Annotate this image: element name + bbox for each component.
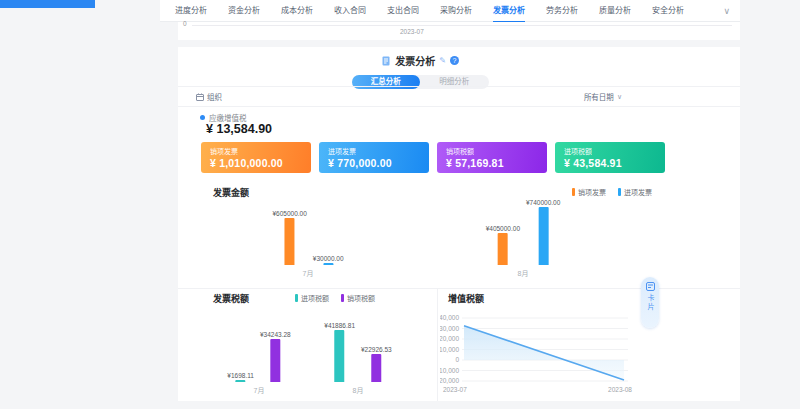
y-axis-tick: -10,000 xyxy=(440,367,459,374)
invoice-analysis-card: 发票分析 ✎ ? 汇总分析 明细分析 组织 所有日期 ∨ 应缴增值税 xyxy=(178,47,740,401)
kpi-card: 销项发票¥ 1,010,000.00 xyxy=(201,142,311,173)
legend-label: 进项税额 xyxy=(301,293,329,303)
category-label: 8月 xyxy=(353,385,364,396)
bullet-dot-icon xyxy=(200,115,205,120)
nav-tabs: 进度分析资金分析成本分析收入合同支出合同采购分析发票分析劳务分析质量分析安全分析 xyxy=(160,0,723,21)
legend-item[interactable]: 销项发票 xyxy=(572,187,606,197)
org-filter-label: 组织 xyxy=(207,91,222,102)
bar-wrap: ¥1698.11 xyxy=(227,372,254,382)
legend-swatch xyxy=(572,188,575,196)
nav-tab[interactable]: 发票分析 xyxy=(493,0,525,21)
bar-value-label: ¥605000.00 xyxy=(272,210,306,217)
bar-group: ¥41886.81¥22926.538月 xyxy=(324,322,391,396)
help-icon[interactable]: ? xyxy=(450,56,459,65)
bar-value-label: ¥30000.00 xyxy=(313,255,344,262)
bars: ¥41886.81¥22926.53 xyxy=(324,322,391,382)
nav-collapse-chevron-icon[interactable]: ∨ xyxy=(723,6,740,16)
floating-widget-label: 卡片 xyxy=(645,294,655,312)
y-axis-tick: 30,000 xyxy=(440,325,459,332)
section-title-invoice-tax: 发票税额 xyxy=(213,292,249,305)
bar xyxy=(538,207,548,265)
legend-item[interactable]: 进项税额 xyxy=(295,293,329,303)
kpi-card: 销项税额¥ 57,169.81 xyxy=(437,142,547,173)
legend-swatch xyxy=(618,188,621,196)
bar xyxy=(335,330,345,382)
bar-value-label: ¥34243.28 xyxy=(260,331,291,338)
axis-label-month: 2023-07 xyxy=(400,28,424,35)
nav-tab[interactable]: 劳务分析 xyxy=(546,0,578,21)
section-title-vat: 增值税额 xyxy=(448,292,484,305)
bar-group: ¥405000.00¥740000.008月 xyxy=(486,199,561,279)
nav-tab[interactable]: 资金分析 xyxy=(228,0,260,21)
nav-tab[interactable]: 收入合同 xyxy=(334,0,366,21)
bar xyxy=(285,218,295,265)
y-axis-tick: 40,000 xyxy=(440,314,459,321)
bar-value-label: ¥740000.00 xyxy=(526,199,560,206)
category-label: 8月 xyxy=(518,268,529,279)
invoice-tax-legend: 进项税额销项税额 xyxy=(295,293,375,303)
kpi-card-value: ¥ 770,000.00 xyxy=(328,157,429,169)
invoice-amount-legend: 销项发票进项发票 xyxy=(572,187,652,197)
bar-wrap: ¥405000.00 xyxy=(486,225,520,265)
bar-value-label: ¥1698.11 xyxy=(227,372,254,379)
invoice-tax-chart: ¥1698.11¥34243.287月¥41886.81¥22926.538月 xyxy=(178,307,437,396)
nav-tab[interactable]: 采购分析 xyxy=(440,0,472,21)
kpi-card: 进项发票¥ 770,000.00 xyxy=(319,142,429,173)
legend-item[interactable]: 进项发票 xyxy=(618,187,652,197)
header-center: 发票分析 ✎ ? 汇总分析 明细分析 xyxy=(178,47,662,89)
floating-card-widget[interactable]: 卡片 xyxy=(641,277,659,328)
filter-row: 组织 所有日期 ∨ xyxy=(178,87,740,106)
bar-wrap: ¥30000.00 xyxy=(313,255,344,265)
vat-line-chart: 40,00030,00020,00010,0000-10,000-20,000 … xyxy=(440,312,660,396)
bar xyxy=(323,263,333,265)
bars: ¥1698.11¥34243.28 xyxy=(227,331,290,382)
kpi-card-label: 销项税额 xyxy=(446,146,547,156)
bar-wrap: ¥34243.28 xyxy=(260,331,291,382)
kpi-card-value: ¥ 57,169.81 xyxy=(446,157,547,169)
axis-tick-zero: 0 xyxy=(183,20,187,27)
y-axis-tick: -20,000 xyxy=(440,377,459,384)
org-filter[interactable]: 组织 xyxy=(196,91,222,102)
bar-group: ¥605000.00¥30000.007月 xyxy=(272,210,343,279)
date-chevron-icon: ∨ xyxy=(617,93,622,101)
page-title: 发票分析 xyxy=(395,53,435,68)
bar-wrap: ¥740000.00 xyxy=(526,199,560,265)
divider xyxy=(178,106,740,107)
bar-wrap: ¥22926.53 xyxy=(361,346,392,382)
legend-swatch xyxy=(341,294,344,302)
legend-label: 进项发票 xyxy=(624,187,652,197)
kpi-card-value: ¥ 43,584.91 xyxy=(564,157,665,169)
analysis-nav: 进度分析资金分析成本分析收入合同支出合同采购分析发票分析劳务分析质量分析安全分析… xyxy=(160,0,740,22)
nav-tab[interactable]: 支出合同 xyxy=(387,0,419,21)
kpi-card-label: 进项发票 xyxy=(328,146,429,156)
bars: ¥605000.00¥30000.00 xyxy=(272,210,343,265)
previous-chart-bottom: 0 2023-07 xyxy=(178,22,740,40)
kpi-card-label: 销项发票 xyxy=(210,146,311,156)
nav-tab[interactable]: 质量分析 xyxy=(599,0,631,21)
nav-tab[interactable]: 进度分析 xyxy=(175,0,207,21)
edit-icon[interactable]: ✎ xyxy=(439,56,446,65)
vertical-divider xyxy=(437,288,438,401)
vat-summary-value: ¥ 13,584.90 xyxy=(206,122,272,136)
invoice-doc-icon xyxy=(381,56,391,66)
bar-wrap: ¥605000.00 xyxy=(272,210,306,265)
bar-group: ¥1698.11¥34243.287月 xyxy=(227,331,290,396)
legend-item[interactable]: 销项税额 xyxy=(341,293,375,303)
date-filter-label: 所有日期 xyxy=(584,91,614,102)
category-label: 7月 xyxy=(303,268,314,279)
nav-tab[interactable]: 安全分析 xyxy=(652,0,684,21)
bar xyxy=(498,233,508,265)
bar xyxy=(236,380,246,382)
kpi-card-value: ¥ 1,010,000.00 xyxy=(210,157,311,169)
date-filter[interactable]: 所有日期 ∨ xyxy=(584,91,622,102)
legend-swatch xyxy=(295,294,298,302)
bar-value-label: ¥22926.53 xyxy=(361,346,392,353)
bar-value-label: ¥405000.00 xyxy=(486,225,520,232)
kpi-card: 进项税额¥ 43,584.91 xyxy=(555,142,665,173)
gridline xyxy=(192,25,732,26)
nav-tab[interactable]: 成本分析 xyxy=(281,0,313,21)
invoice-amount-chart: ¥605000.00¥30000.007月¥405000.00¥740000.0… xyxy=(178,197,740,279)
kpi-card-label: 进项税额 xyxy=(564,146,665,156)
y-axis-tick: 10,000 xyxy=(440,346,459,353)
bar-wrap: ¥41886.81 xyxy=(324,322,355,382)
